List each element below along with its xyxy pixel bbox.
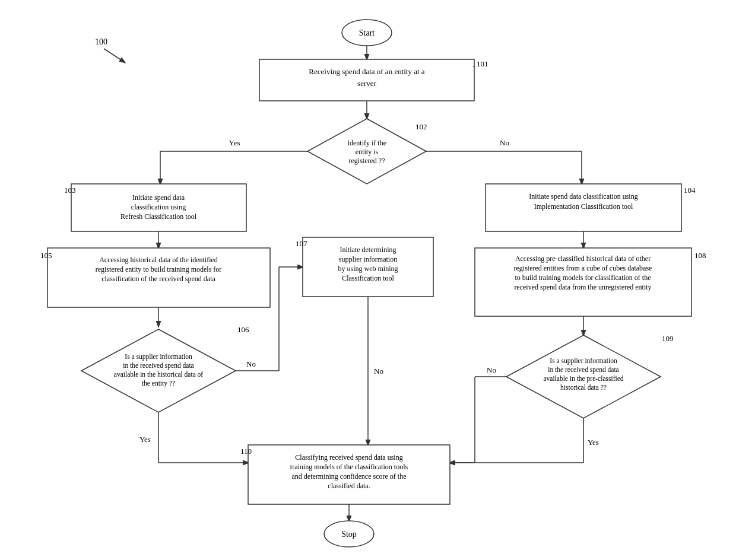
svg-text:registered entities from a cub: registered entities from a cube of cubes… bbox=[514, 264, 652, 272]
node-107-label: Initiate determining bbox=[340, 246, 396, 254]
ref-110: 110 bbox=[240, 447, 252, 456]
ref-101: 101 bbox=[477, 59, 488, 68]
yes-106-label: Yes bbox=[139, 435, 151, 444]
svg-text:available in the historical da: available in the historical data of bbox=[114, 371, 204, 378]
svg-text:classified data.: classified data. bbox=[328, 482, 370, 490]
node-105-label: Accessing historical data of the identif… bbox=[99, 256, 218, 264]
node-110-label: Classifying received spend data using bbox=[295, 453, 402, 462]
ref-104: 104 bbox=[684, 186, 696, 195]
no-right-106: No bbox=[246, 359, 256, 368]
svg-text:by using web mining: by using web mining bbox=[338, 265, 398, 273]
svg-text:the entity ??: the entity ?? bbox=[142, 380, 175, 387]
no-right-label: No bbox=[500, 138, 509, 147]
svg-text:Refresh Classification tool: Refresh Classification tool bbox=[120, 212, 197, 221]
svg-text:to build training models for c: to build training models for classificat… bbox=[515, 273, 651, 282]
svg-line-0 bbox=[104, 49, 125, 62]
svg-text:in the received spend data: in the received spend data bbox=[123, 362, 193, 370]
svg-text:entity is: entity is bbox=[356, 148, 379, 156]
node-104-label: Initiate spend data classification using bbox=[529, 192, 637, 201]
svg-text:registered entity to build tra: registered entity to build training mode… bbox=[96, 265, 222, 273]
svg-text:training models of the classif: training models of the classification to… bbox=[290, 463, 408, 471]
node-106-label: Is a supplier information bbox=[125, 353, 192, 361]
ref-107: 107 bbox=[296, 239, 307, 248]
ref-103: 103 bbox=[64, 186, 76, 195]
svg-text:classification using: classification using bbox=[131, 203, 186, 211]
svg-text:historical data ??: historical data ?? bbox=[560, 384, 607, 391]
node-101-label2: server bbox=[357, 79, 376, 88]
yes-109-label: Yes bbox=[588, 438, 599, 447]
ref-105: 105 bbox=[40, 251, 52, 260]
ref-100: 100 bbox=[95, 37, 107, 46]
node-103-label: Initiate spend data bbox=[132, 193, 185, 202]
ref-106: 106 bbox=[237, 325, 249, 334]
svg-text:and determining confidence sco: and determining confidence score of the bbox=[292, 472, 407, 481]
svg-text:received spend data from the u: received spend data from the unregistere… bbox=[514, 283, 651, 291]
svg-text:supplier information: supplier information bbox=[339, 255, 397, 263]
no-109-label: No bbox=[487, 365, 496, 374]
flowchart-diagram: 100 Start Receiving spend data of an ent… bbox=[0, 0, 736, 560]
svg-text:Classification tool: Classification tool bbox=[342, 274, 394, 282]
yes-left-label: Yes bbox=[229, 138, 240, 147]
stop-label: Stop bbox=[341, 530, 357, 539]
ref-109: 109 bbox=[662, 334, 674, 343]
svg-text:available in the pre-classifie: available in the pre-classified bbox=[543, 375, 623, 383]
svg-text:registered ??: registered ?? bbox=[349, 157, 385, 165]
svg-text:classification of the received: classification of the received spend dat… bbox=[101, 275, 215, 283]
ref-108: 108 bbox=[694, 251, 706, 260]
svg-text:Implementation Classification : Implementation Classification tool bbox=[534, 202, 633, 211]
svg-text:in the received spend data: in the received spend data bbox=[548, 366, 618, 374]
node-101-label: Receiving spend data of an entity at a bbox=[309, 67, 425, 76]
no-107-110: No bbox=[374, 367, 383, 376]
node-102-label: Identify if the bbox=[347, 139, 386, 147]
start-label: Start bbox=[359, 28, 375, 37]
node-109-label: Is a supplier information bbox=[550, 357, 617, 365]
ref-102: 102 bbox=[415, 122, 427, 131]
node-108-label: Accessing pre-classified historical data… bbox=[515, 254, 651, 263]
